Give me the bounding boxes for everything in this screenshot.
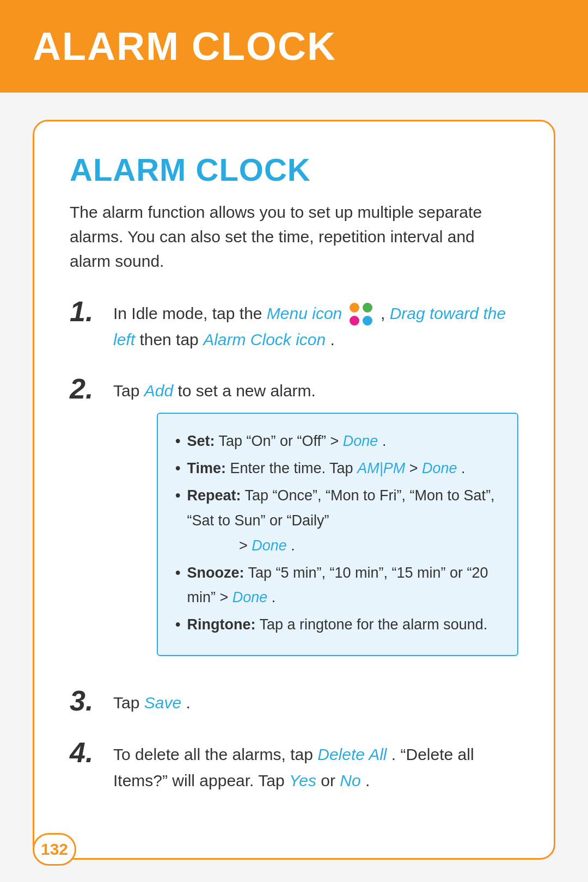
step-4-content: To delete all the alarms, tap Delete All…: [113, 737, 518, 794]
header-title: ALARM CLOCK: [33, 24, 336, 69]
step-2-text-before: Tap: [113, 382, 144, 400]
info-repeat-period: .: [291, 537, 295, 554]
step-4-delete-all-link: Delete All: [317, 745, 387, 763]
info-item-time: Time: Enter the time. Tap AM|PM > Done .: [175, 456, 500, 481]
content-card: ALARM CLOCK The alarm function allows yo…: [33, 120, 555, 860]
step-1-menu-icon-label: Menu icon: [267, 304, 342, 322]
steps-list: 1. In Idle mode, tap the Menu icon , Dra…: [70, 296, 518, 794]
info-time-separator: |: [379, 460, 383, 476]
step-1-text-before: In Idle mode, tap the: [113, 304, 267, 322]
info-ringtone-content: Ringtone: Tap a ringtone for the alarm s…: [187, 612, 487, 638]
step-1-period: .: [330, 330, 335, 348]
step-4: 4. To delete all the alarms, tap Delete …: [70, 737, 518, 794]
info-snooze-done: Done: [232, 589, 268, 605]
info-set-done: Done: [343, 433, 378, 449]
info-set-content: Set: Tap “On” or “Off” > Done .: [187, 429, 386, 454]
dot-blue: [363, 316, 372, 326]
info-time-label: Time:: [187, 460, 226, 476]
step-1-text-then: then tap: [139, 330, 203, 348]
info-snooze-period: .: [272, 589, 276, 605]
step-3-period: .: [186, 694, 190, 712]
step-3-text-tap: Tap: [113, 694, 144, 712]
dot-pink: [350, 316, 359, 326]
info-repeat-done: Done: [252, 537, 287, 554]
info-ringtone-label: Ringtone:: [187, 616, 255, 633]
step-3-save-link: Save: [144, 694, 181, 712]
info-time-period: .: [461, 460, 465, 476]
step-2-add-link: Add: [144, 382, 173, 400]
info-box: Set: Tap “On” or “Off” > Done . Time: En…: [157, 413, 518, 656]
step-2-content: Tap Add to set a new alarm. Set: Tap “On…: [113, 373, 518, 665]
step-1-number: 1.: [70, 296, 108, 327]
step-3: 3. Tap Save .: [70, 685, 518, 716]
step-4-period: .: [365, 771, 370, 789]
info-repeat-label: Repeat:: [187, 487, 241, 504]
page-number-container: 132: [33, 833, 76, 866]
info-item-ringtone: Ringtone: Tap a ringtone for the alarm s…: [175, 612, 500, 638]
dot-orange: [350, 303, 359, 313]
intro-text: The alarm function allows you to set up …: [70, 200, 518, 273]
step-4-text-before: To delete all the alarms, tap: [113, 745, 317, 763]
info-repeat-content: Repeat: Tap “Once”, “Mon to Fri”, “Mon t…: [187, 483, 500, 559]
info-item-repeat: Repeat: Tap “Once”, “Mon to Fri”, “Mon t…: [175, 483, 500, 559]
info-snooze-label: Snooze:: [187, 565, 244, 581]
info-set-text: Tap “On” or “Off” >: [218, 433, 342, 449]
step-1-content: In Idle mode, tap the Menu icon , Drag t…: [113, 296, 518, 353]
info-set-label: Set:: [187, 433, 215, 449]
step-3-number: 3.: [70, 685, 108, 716]
step-1-text-between: ,: [381, 304, 390, 322]
info-time-done: Done: [422, 460, 457, 476]
step-1-alarm-clock-link: Alarm Clock icon: [203, 330, 326, 348]
info-ringtone-text: Tap a ringtone for the alarm sound.: [259, 616, 487, 633]
step-2-number: 2.: [70, 373, 108, 405]
card-title: ALARM CLOCK: [70, 151, 518, 188]
step-4-yes-link: Yes: [289, 771, 316, 789]
info-time-gt: >: [409, 460, 422, 476]
main-content: ALARM CLOCK The alarm function allows yo…: [0, 93, 588, 882]
step-4-number: 4.: [70, 737, 108, 768]
info-item-set: Set: Tap “On” or “Off” > Done .: [175, 429, 500, 454]
step-2-text-after: to set a new alarm.: [177, 382, 315, 400]
info-set-period: .: [382, 433, 387, 449]
info-item-snooze: Snooze: Tap “5 min”, “10 min”, “15 min” …: [175, 561, 500, 611]
step-1: 1. In Idle mode, tap the Menu icon , Dra…: [70, 296, 518, 353]
menu-icon: [350, 303, 373, 327]
info-time-am: AM: [357, 460, 379, 476]
page-number: 132: [33, 833, 76, 866]
step-2: 2. Tap Add to set a new alarm. Set: T: [70, 373, 518, 665]
step-3-content: Tap Save .: [113, 685, 518, 716]
step-4-or: or: [321, 771, 340, 789]
info-time-content: Time: Enter the time. Tap AM|PM > Done .: [187, 456, 465, 481]
info-time-text: Enter the time. Tap: [230, 460, 358, 476]
info-box-list: Set: Tap “On” or “Off” > Done . Time: En…: [175, 429, 500, 638]
info-snooze-content: Snooze: Tap “5 min”, “10 min”, “15 min” …: [187, 561, 500, 611]
dot-green: [363, 303, 372, 313]
info-time-pm: PM: [383, 460, 406, 476]
header: ALARM CLOCK: [0, 0, 588, 93]
step-4-no-link: No: [340, 771, 360, 789]
